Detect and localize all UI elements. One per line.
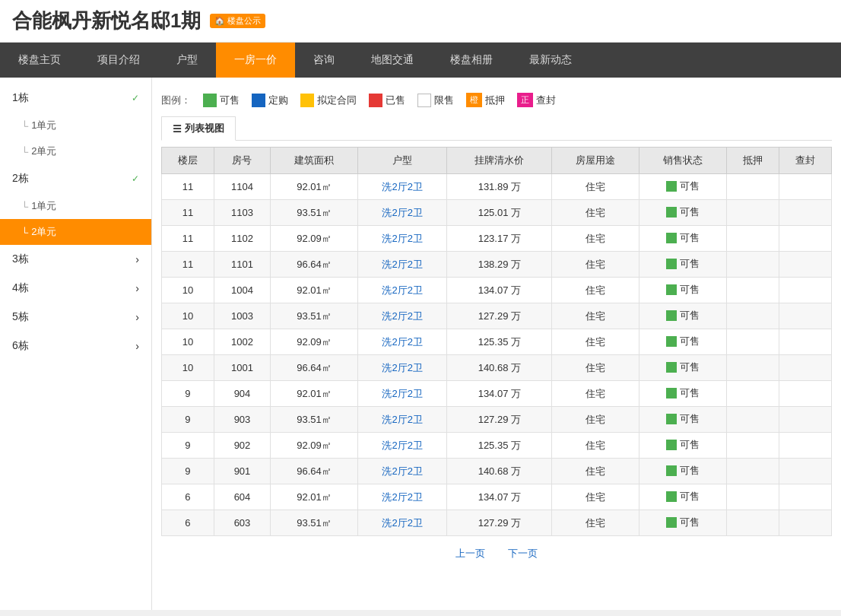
property-table: 楼层 房号 建筑面积 户型 挂牌清水价 房屋用途 销售状态 抵押 查封 11 1…	[161, 147, 832, 536]
cell-floor: 11	[162, 252, 214, 278]
cell-use: 住宅	[552, 355, 639, 381]
sidebar-building-3[interactable]: 3栋 ›	[0, 245, 151, 274]
cell-type[interactable]: 洗2厅2卫	[357, 200, 446, 226]
cell-mortgage	[727, 200, 779, 226]
sidebar-unit-1-1[interactable]: 1单元	[0, 113, 151, 138]
table-row[interactable]: 11 1101 96.64㎡ 洗2厅2卫 138.29 万 住宅 可售	[162, 252, 832, 278]
nav-楼盘主页[interactable]: 楼盘主页	[0, 43, 79, 78]
cell-type[interactable]: 洗2厅2卫	[357, 433, 446, 459]
cell-area: 93.51㎡	[271, 510, 358, 536]
status-text: 可售	[680, 490, 700, 503]
cell-type[interactable]: 洗2厅2卫	[357, 407, 446, 433]
sidebar-building-4[interactable]: 4栋 ›	[0, 274, 151, 303]
status-indicator: 可售	[666, 309, 700, 322]
tab-list-view[interactable]: ☰ 列表视图	[161, 116, 236, 141]
next-page[interactable]: 下一页	[508, 548, 538, 559]
nav-地图交通[interactable]: 地图交通	[353, 43, 432, 78]
cell-mortgage	[727, 459, 779, 484]
header-badge: 🏠 楼盘公示	[210, 14, 265, 28]
cell-room: 1003	[214, 303, 270, 329]
status-text: 可售	[680, 412, 700, 426]
status-text: 可售	[680, 516, 700, 529]
cell-mortgage	[727, 433, 779, 459]
nav-项目介绍[interactable]: 项目介绍	[79, 43, 158, 78]
sidebar-building-6[interactable]: 6栋 ›	[0, 332, 151, 360]
table-row[interactable]: 11 1104 92.01㎡ 洗2厅2卫 131.89 万 住宅 可售	[162, 174, 832, 200]
cell-type[interactable]: 洗2厅2卫	[357, 252, 446, 278]
cell-floor: 9	[162, 407, 214, 433]
table-row[interactable]: 9 901 96.64㎡ 洗2厅2卫 140.68 万 住宅 可售	[162, 459, 832, 484]
cell-type[interactable]: 洗2厅2卫	[357, 278, 446, 303]
cell-status: 可售	[639, 303, 727, 329]
status-dot	[666, 414, 677, 424]
cell-type[interactable]: 洗2厅2卫	[357, 174, 446, 200]
cell-seal	[779, 407, 832, 433]
cell-type[interactable]: 洗2厅2卫	[357, 355, 446, 381]
status-dot	[666, 362, 677, 373]
status-text: 可售	[680, 386, 700, 400]
prev-page[interactable]: 上一页	[455, 548, 485, 559]
table-body: 11 1104 92.01㎡ 洗2厅2卫 131.89 万 住宅 可售 11 1…	[162, 174, 832, 536]
status-dot	[666, 284, 677, 295]
nav-咨询[interactable]: 咨询	[295, 43, 353, 78]
cell-type[interactable]: 洗2厅2卫	[357, 510, 446, 536]
cell-area: 93.51㎡	[271, 407, 358, 433]
cell-type[interactable]: 洗2厅2卫	[357, 226, 446, 252]
legend-item-定购: 定购	[252, 94, 288, 107]
cell-seal	[779, 278, 832, 303]
cell-room: 1001	[214, 355, 270, 381]
cell-seal	[779, 484, 832, 510]
nav-户型[interactable]: 户型	[158, 43, 216, 78]
cell-type[interactable]: 洗2厅2卫	[357, 459, 446, 484]
cell-area: 92.09㎡	[271, 226, 358, 252]
cell-area: 92.01㎡	[271, 278, 358, 303]
table-row[interactable]: 10 1001 96.64㎡ 洗2厅2卫 140.68 万 住宅 可售	[162, 355, 832, 381]
cell-type[interactable]: 洗2厅2卫	[357, 381, 446, 407]
sidebar-building-3-label: 3栋	[12, 252, 29, 266]
sidebar: 1栋 ✓ 1单元 2单元 2栋 ✓ 1单元 2单元 3栋 › 4栋 › 5栋 ›…	[0, 78, 152, 610]
nav-一房一价[interactable]: 一房一价	[216, 43, 295, 78]
cell-type[interactable]: 洗2厅2卫	[357, 329, 446, 355]
sidebar-unit-2-2[interactable]: 2单元	[0, 219, 151, 245]
list-icon: ☰	[173, 123, 182, 135]
table-row[interactable]: 11 1103 93.51㎡ 洗2厅2卫 125.01 万 住宅 可售	[162, 200, 832, 226]
table-row[interactable]: 10 1002 92.09㎡ 洗2厅2卫 125.35 万 住宅 可售	[162, 329, 832, 355]
cell-status: 可售	[639, 252, 727, 278]
cell-room: 1102	[214, 226, 270, 252]
table-row[interactable]: 10 1003 93.51㎡ 洗2厅2卫 127.29 万 住宅 可售	[162, 303, 832, 329]
table-row[interactable]: 6 604 92.01㎡ 洗2厅2卫 134.07 万 住宅 可售	[162, 484, 832, 510]
badge-icon: 🏠	[214, 16, 225, 26]
cell-mortgage	[727, 510, 779, 536]
cell-floor: 11	[162, 200, 214, 226]
status-text: 可售	[680, 205, 700, 219]
status-text: 可售	[680, 257, 700, 271]
nav-最新动态[interactable]: 最新动态	[511, 43, 590, 78]
status-indicator: 可售	[666, 283, 700, 297]
status-dot	[666, 336, 677, 347]
sidebar-building-1-check: ✓	[132, 93, 139, 103]
sidebar-unit-1-2[interactable]: 2单元	[0, 138, 151, 164]
cell-mortgage	[727, 226, 779, 252]
table-row[interactable]: 11 1102 92.09㎡ 洗2厅2卫 123.17 万 住宅 可售	[162, 226, 832, 252]
table-row[interactable]: 9 902 92.09㎡ 洗2厅2卫 125.35 万 住宅 可售	[162, 433, 832, 459]
sidebar-building-1[interactable]: 1栋 ✓	[0, 84, 151, 113]
status-text: 可售	[680, 231, 700, 245]
status-indicator: 可售	[666, 438, 700, 452]
cell-price: 140.68 万	[447, 459, 552, 484]
cell-type[interactable]: 洗2厅2卫	[357, 303, 446, 329]
legend-item-查封: 正 查封	[517, 93, 556, 107]
cell-use: 住宅	[552, 174, 639, 200]
sidebar-building-2[interactable]: 2栋 ✓	[0, 164, 151, 193]
table-row[interactable]: 6 603 93.51㎡ 洗2厅2卫 127.29 万 住宅 可售	[162, 510, 832, 536]
cell-floor: 6	[162, 510, 214, 536]
table-row[interactable]: 9 904 92.01㎡ 洗2厅2卫 134.07 万 住宅 可售	[162, 381, 832, 407]
nav-楼盘相册[interactable]: 楼盘相册	[432, 43, 511, 78]
cell-type[interactable]: 洗2厅2卫	[357, 484, 446, 510]
sidebar-unit-2-1[interactable]: 1单元	[0, 193, 151, 219]
status-indicator: 可售	[666, 490, 700, 503]
legend-text-查封: 查封	[536, 94, 556, 107]
table-row[interactable]: 10 1004 92.01㎡ 洗2厅2卫 134.07 万 住宅 可售	[162, 278, 832, 303]
table-row[interactable]: 9 903 93.51㎡ 洗2厅2卫 127.29 万 住宅 可售	[162, 407, 832, 433]
sidebar-building-5[interactable]: 5栋 ›	[0, 303, 151, 332]
sidebar-building-1-label: 1栋	[12, 91, 29, 105]
